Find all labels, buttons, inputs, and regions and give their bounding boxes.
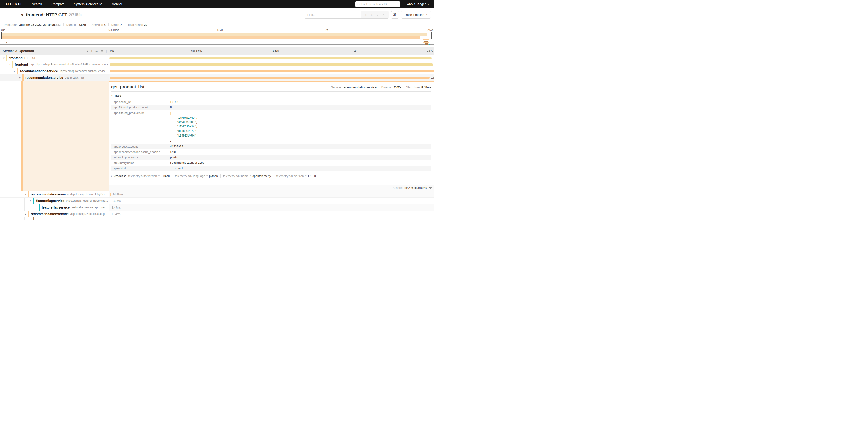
operation-name: /hipstershop.RecommendationService/Lis…	[60, 69, 108, 73]
nav-item-search[interactable]: Search	[27, 2, 46, 6]
service-color-bar	[28, 191, 29, 198]
process-pair: telemetry.sdk.version = 1.13.0	[276, 174, 316, 178]
span-bar[interactable]	[110, 206, 111, 209]
span-bar[interactable]	[110, 193, 111, 196]
span-row-frontend-listrecommendations[interactable]: ∨ frontend grpc.hipstershop.Recommendati…	[0, 61, 434, 68]
about-jaeger-menu[interactable]: About Jaeger ∨	[407, 2, 429, 6]
jaeger-logo[interactable]: JAEGER UI	[0, 2, 27, 6]
depth-label: Depth	[111, 23, 119, 27]
service-color-bar	[39, 204, 40, 210]
span-row-featureflag-repo-query[interactable]: featureflagservice featureflagservice.re…	[0, 204, 434, 211]
span-bar[interactable]	[110, 200, 111, 202]
duration-value: 2.62s	[394, 86, 402, 89]
process-section[interactable]: › Process: telemetry.auto.version = 0.34…	[111, 174, 431, 178]
nav-item-compare[interactable]: Compare	[47, 2, 69, 6]
expand-one-icon[interactable]: ›	[91, 49, 92, 53]
trace-summary-bar: Trace Start October 22 2022, 22:10:09.54…	[0, 22, 434, 28]
minimap-canvas[interactable]	[0, 32, 434, 45]
span-detail-title: get_product_list	[111, 84, 145, 89]
service-name: frontend	[15, 63, 28, 66]
span-detail-gutter	[0, 81, 109, 191]
span-row-recommendation-listrecs[interactable]: ∨ recommendationservice /hipstershop.Rec…	[0, 68, 434, 75]
tag-key: internal.span.format	[111, 155, 168, 160]
next-match-icon[interactable]: ∨	[376, 13, 379, 17]
process-pair: telemetry.sdk.language = python	[175, 174, 218, 178]
span-bar[interactable]	[110, 63, 433, 66]
tags-section-toggle[interactable]: ∨ Tags	[111, 94, 431, 97]
service-color-bar	[6, 55, 7, 61]
tag-value: 44530923	[168, 144, 431, 149]
span-id-value: 1ca2262df0e18447	[404, 186, 427, 189]
column-resizer-handle[interactable]: ∥	[105, 49, 107, 53]
tag-row: span.kind internal	[111, 166, 431, 171]
nav-item-monitor[interactable]: Monitor	[107, 2, 127, 6]
tag-key: app.filtered_products.count	[111, 105, 168, 110]
tag-value: true	[168, 149, 431, 155]
collapse-chevron-icon[interactable]: ∨	[29, 200, 32, 202]
find-input[interactable]	[305, 11, 361, 18]
viewport-left-handle[interactable]	[1, 32, 2, 39]
collapse-chevron-icon[interactable]: ∨	[8, 63, 11, 66]
tag-key: app.cache_hit	[111, 99, 168, 105]
span-row-featureflag-parent[interactable]: ∨ recommendationservice /hipstershop.Fea…	[0, 191, 434, 198]
span-bar[interactable]	[110, 70, 434, 72]
tag-value: 8	[168, 105, 431, 110]
operation-name: featureflagservice.repo.query:fe…	[71, 206, 108, 209]
chevron-right-icon: ›	[111, 175, 112, 177]
chevron-down-icon: ∨	[426, 13, 428, 16]
span-duration-label: 14.49ms	[113, 193, 123, 196]
trace-title: frontend: HTTP GET	[26, 12, 67, 18]
viewport-right-handle[interactable]	[431, 32, 432, 39]
span-bar[interactable]	[109, 57, 432, 59]
service-name: featureflagservice	[42, 206, 70, 209]
span-bar[interactable]	[110, 77, 430, 79]
tick-1: 666.89ms	[191, 49, 202, 52]
service-name: frontend	[9, 56, 23, 60]
tick-3: 2s	[326, 29, 328, 31]
tag-row: otel.library.name recommendationservice	[111, 160, 431, 166]
collapse-chevron-icon[interactable]: ∨	[2, 57, 5, 60]
span-row-frontend-httpget[interactable]: ∨ frontend HTTP GET	[0, 55, 434, 61]
span-bar[interactable]	[110, 219, 111, 220]
collapse-trace-chevron[interactable]: ∨	[21, 12, 24, 17]
collapse-chevron-icon[interactable]: ∨	[18, 76, 22, 79]
start-time-label: Start Time:	[406, 86, 421, 89]
service-color-bar	[28, 211, 29, 217]
operation-name: grpc.hipstershop.RecommendationService/L…	[30, 63, 108, 66]
trace-view-selector[interactable]: Trace Timeline ∨	[401, 11, 431, 19]
span-row-featureflagservice-get[interactable]: ∨ featureflagservice /hipstershop.Featur…	[0, 198, 434, 204]
keyboard-shortcuts-button[interactable]: ⌘	[391, 11, 399, 19]
span-bar[interactable]	[110, 213, 111, 215]
trace-id-lookup-input[interactable]	[361, 2, 398, 6]
collapse-chevron-icon[interactable]: ∨	[24, 212, 27, 215]
trace-header-controls: ◎ ∧ ∨ ✕ ⌘ Trace Timeline ∨	[305, 11, 431, 19]
expand-all-icon[interactable]: ⇉	[101, 49, 103, 53]
scroll-to-match-icon[interactable]: ◎	[365, 13, 367, 17]
collapse-chevron-icon[interactable]: ∨	[24, 193, 27, 196]
span-row-get-product-list[interactable]: ∨ recommendationservice get_product_list…	[0, 75, 434, 81]
deep-link-icon[interactable]	[429, 186, 432, 189]
span-row-clipped[interactable]	[0, 217, 434, 220]
tick-1: 666.89ms	[108, 29, 119, 31]
back-button[interactable]: ←	[0, 8, 16, 22]
collapse-all-icon[interactable]: ⇊	[95, 49, 98, 53]
start-time-value: 8.58ms	[421, 86, 431, 89]
collapse-one-icon[interactable]: ∨	[86, 49, 89, 53]
duration-label: Duration	[66, 23, 78, 27]
nav-item-system-architecture[interactable]: System Architecture	[69, 2, 107, 6]
prev-match-icon[interactable]: ∧	[371, 13, 373, 17]
operation-name: /hipstershop.ProductCatalogSer…	[70, 212, 108, 215]
span-row-productcatalog-parent[interactable]: ∨ recommendationservice /hipstershop.Pro…	[0, 211, 434, 217]
collapse-chevron-icon[interactable]: ∨	[13, 70, 16, 73]
total-spans-value: 20	[144, 23, 147, 27]
tag-value-list: ["1YMWWN1N4O""66VCHSJNUP""2ZYFJ3GM2N""OL…	[168, 110, 431, 144]
span-duration-label: 1.04ms	[112, 212, 120, 216]
span-duration-label: 3.68ms	[112, 200, 121, 203]
services-value: 4	[104, 23, 105, 27]
span-duration-label: 3.47ms	[112, 206, 121, 209]
clear-find-icon[interactable]: ✕	[382, 13, 385, 17]
tag-value: internal	[168, 166, 431, 171]
span-detail-row: get_product_list Service: recommendation…	[0, 81, 434, 191]
trace-id-lookup-box[interactable]	[355, 1, 400, 7]
service-color-bar	[22, 81, 23, 191]
